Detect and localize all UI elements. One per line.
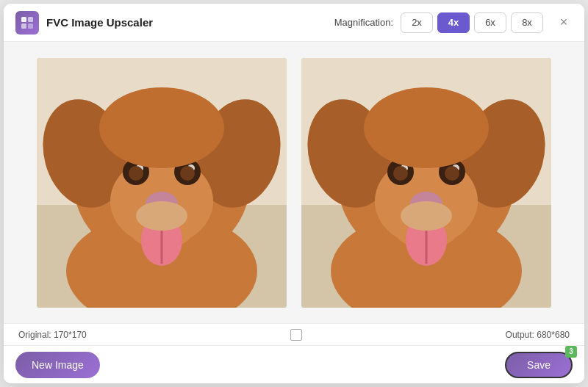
output-size-label: Output: 680*680: [506, 330, 570, 340]
save-badge: 3: [565, 346, 577, 358]
compare-icon[interactable]: [290, 329, 302, 341]
svg-rect-3: [28, 23, 33, 29]
svg-rect-1: [28, 17, 33, 22]
svg-point-37: [445, 166, 459, 181]
titlebar: FVC Image Upscaler Magnification: 2x 4x …: [4, 4, 584, 42]
magnification-buttons: 2x 4x 6x 8x: [401, 12, 543, 33]
magnification-label: Magnification:: [334, 17, 393, 28]
original-size-label: Original: 170*170: [18, 330, 87, 340]
svg-point-17: [180, 166, 195, 181]
save-area: 3 Save: [505, 352, 573, 378]
original-image-panel: [37, 58, 287, 308]
app-logo: [15, 11, 39, 35]
close-button[interactable]: ×: [555, 14, 573, 32]
svg-point-36: [393, 166, 408, 181]
mag-btn-4x[interactable]: 4x: [437, 12, 470, 33]
mag-btn-2x[interactable]: 2x: [401, 12, 433, 33]
output-image-panel: [301, 58, 551, 308]
svg-point-23: [136, 201, 187, 231]
new-image-button[interactable]: New Image: [15, 352, 100, 378]
svg-point-16: [129, 166, 143, 181]
mag-btn-8x[interactable]: 8x: [511, 12, 543, 33]
mag-btn-6x[interactable]: 6x: [474, 12, 506, 33]
svg-rect-2: [21, 23, 26, 29]
app-title: FVC Image Upscaler: [46, 16, 153, 29]
svg-point-43: [401, 201, 452, 231]
svg-point-42: [364, 87, 489, 168]
main-window: FVC Image Upscaler Magnification: 2x 4x …: [4, 4, 584, 383]
status-bar: Original: 170*170 Output: 680*680: [4, 323, 584, 345]
footer: New Image 3 Save: [4, 345, 584, 383]
svg-point-22: [99, 87, 224, 168]
content-area: [4, 42, 584, 323]
svg-rect-0: [21, 17, 26, 22]
save-button[interactable]: Save: [505, 352, 573, 378]
